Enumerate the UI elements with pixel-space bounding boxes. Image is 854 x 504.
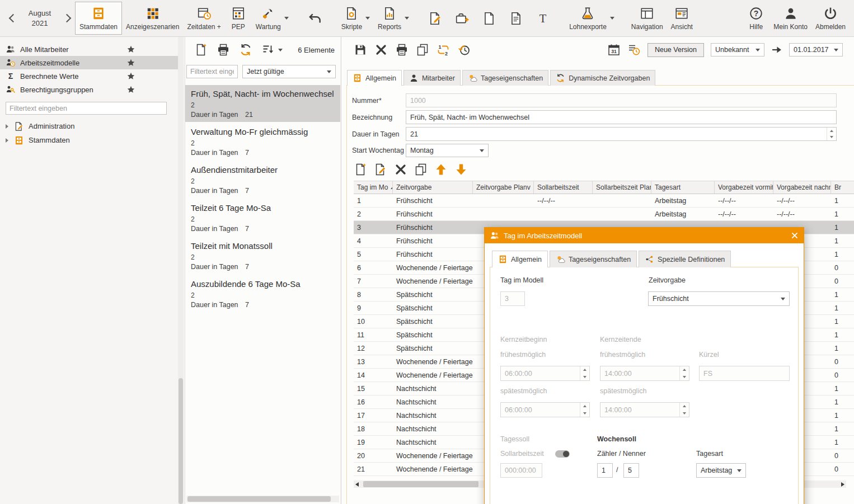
- ribbon-button[interactable]: Lohnexporte: [565, 2, 618, 35]
- dialog-tab[interactable]: Allgemein: [492, 251, 548, 267]
- ribbon-button[interactable]: Mein Konto: [769, 2, 811, 35]
- column-header[interactable]: Zeitvorgabe: [393, 181, 473, 194]
- ribbon-button[interactable]: Abmelden: [811, 2, 850, 35]
- refresh-icon[interactable]: [239, 43, 252, 56]
- spin-down-icon[interactable]: [830, 136, 833, 138]
- ribbon-button[interactable]: [449, 2, 476, 35]
- copy-icon[interactable]: [414, 163, 428, 176]
- sidebar-item[interactable]: Berechtigungsgruppen: [0, 83, 184, 96]
- print-icon[interactable]: [217, 43, 230, 56]
- ribbon-button[interactable]: Zeitdaten +: [183, 2, 224, 35]
- spin-up-icon[interactable]: [830, 130, 833, 132]
- column-header[interactable]: Sollarbeitszeit Planv: [593, 181, 651, 194]
- history-icon[interactable]: [457, 43, 471, 56]
- column-header[interactable]: Tagesart: [651, 181, 715, 194]
- ribbon-button[interactable]: Skripte: [337, 2, 374, 35]
- sollarbeitszeit-toggle[interactable]: [555, 450, 570, 458]
- delete-icon[interactable]: [394, 163, 407, 176]
- close-icon[interactable]: [791, 232, 799, 239]
- expand-arrow-icon[interactable]: [6, 124, 8, 129]
- sidebar-scrollbar[interactable]: [178, 37, 184, 504]
- chevron-down-icon[interactable]: [405, 17, 409, 20]
- sidebar-item[interactable]: Berechnete Werte: [0, 69, 184, 83]
- star-icon[interactable]: [126, 85, 135, 94]
- model-list-item[interactable]: Verwaltung Mo-Fr gleichmässig 2 Dauer in…: [185, 123, 340, 160]
- star-icon[interactable]: [126, 72, 135, 81]
- ribbon-button[interactable]: [503, 2, 529, 35]
- save-icon[interactable]: [354, 43, 367, 56]
- arrow-down-icon[interactable]: [454, 163, 468, 176]
- zeitvorgabe-select[interactable]: Frühschicht: [648, 291, 790, 306]
- column-header[interactable]: Sollarbeitszeit: [534, 181, 593, 194]
- zaehler-input[interactable]: 1: [597, 463, 613, 478]
- chevron-down-icon[interactable]: [284, 17, 289, 20]
- doc-edit-icon[interactable]: [374, 163, 387, 176]
- sort-icon[interactable]: [261, 43, 275, 56]
- delete-icon[interactable]: [374, 43, 388, 56]
- new-version-button[interactable]: Neue Version: [647, 43, 704, 57]
- scrollbar-thumb[interactable]: [179, 378, 183, 504]
- model-list-item[interactable]: Teilzeit mit Monatssoll 2 Dauer in Tagen…: [185, 237, 340, 274]
- list-horizontal-scrollbar[interactable]: [186, 496, 339, 502]
- previous-month-button[interactable]: [4, 0, 21, 36]
- ribbon-button[interactable]: Reports: [374, 2, 413, 35]
- ribbon-button[interactable]: PEP: [225, 2, 252, 35]
- valid-from-select[interactable]: 01.01.2017: [789, 43, 843, 56]
- table-row[interactable]: 2 Frühschicht Arbeitstag --/--/-- --/--/…: [354, 208, 854, 221]
- spinner-arrows[interactable]: [827, 128, 836, 140]
- tree-item[interactable]: Administration: [0, 119, 184, 133]
- dialog-tab[interactable]: Tageseigenschaften: [550, 251, 637, 267]
- arrow-up-icon[interactable]: [434, 163, 448, 176]
- new-doc-icon[interactable]: [194, 43, 208, 56]
- tab[interactable]: Mitarbeiter: [403, 70, 461, 86]
- column-header[interactable]: Vorgabezeit nachm: [773, 181, 831, 194]
- version-select[interactable]: Unbekannt: [711, 43, 764, 56]
- scroll-right-icon[interactable]: [841, 482, 844, 487]
- renumber-icon[interactable]: [437, 43, 450, 56]
- dialog-tab[interactable]: Spezielle Definitionen: [639, 251, 731, 267]
- table-row[interactable]: 1 Frühschicht --/--/-- Arbeitstag --/--/…: [354, 194, 854, 208]
- ribbon-button[interactable]: [529, 2, 556, 35]
- sidebar-filter-input[interactable]: [6, 102, 167, 115]
- ribbon-button[interactable]: Wartung: [252, 2, 293, 35]
- dauer-spinner[interactable]: [406, 127, 837, 141]
- chevron-down-icon[interactable]: [610, 17, 614, 20]
- model-list-item[interactable]: Außendienstmitarbeiter 2 Dauer in Tagen …: [185, 161, 340, 198]
- ribbon-button[interactable]: Stammdaten: [75, 2, 122, 35]
- validity-filter-select[interactable]: Jetzt gültige: [242, 65, 336, 78]
- tab[interactable]: Dynamische Zeitvorgaben: [550, 70, 655, 86]
- bezeichnung-input[interactable]: [406, 110, 837, 124]
- ribbon-button[interactable]: [422, 2, 449, 35]
- start-wochentag-select[interactable]: Montag: [406, 144, 489, 157]
- chevron-down-icon[interactable]: [365, 17, 370, 20]
- dauer-input[interactable]: [406, 130, 827, 138]
- ribbon-button[interactable]: Ansicht: [667, 2, 697, 35]
- sidebar-item[interactable]: Arbeitszeitmodelle: [0, 56, 184, 69]
- ribbon-button[interactable]: [302, 2, 329, 35]
- column-header[interactable]: Br: [831, 181, 854, 194]
- new-doc-icon[interactable]: [354, 163, 367, 176]
- tab[interactable]: Allgemein: [347, 70, 402, 86]
- tree-item[interactable]: Stammdaten: [0, 133, 184, 147]
- chevron-down-icon[interactable]: [278, 49, 283, 51]
- model-list-item[interactable]: Auszubildende 6 Tage Mo-Sa 2 Dauer in Ta…: [185, 275, 340, 312]
- sidebar-item[interactable]: Alle Mitarbeiter: [0, 43, 184, 56]
- scrollbar-thumb[interactable]: [363, 481, 478, 487]
- column-header[interactable]: Zeitvorgabe Planv: [473, 181, 534, 194]
- scrollbar-thumb[interactable]: [187, 496, 331, 502]
- ribbon-button[interactable]: [476, 2, 503, 35]
- model-list-item[interactable]: Teilzeit 6 Tage Mo-Sa 2 Dauer in Tagen 7: [185, 199, 340, 236]
- ribbon-button[interactable]: Hilfe: [743, 2, 769, 35]
- copy-icon[interactable]: [416, 43, 429, 56]
- ribbon-button[interactable]: Navigation: [627, 2, 667, 35]
- model-list-item[interactable]: Früh, Spät, Nacht- im Wochenwechsel 2 Da…: [185, 85, 340, 122]
- tagesart-select[interactable]: Arbeitstag: [696, 463, 746, 478]
- tab[interactable]: Tageseigenschaften: [462, 70, 548, 86]
- expand-arrow-icon[interactable]: [6, 138, 8, 143]
- column-header[interactable]: Vorgabezeit vormitt: [715, 181, 773, 194]
- star-icon[interactable]: [126, 45, 135, 54]
- print-icon[interactable]: [395, 43, 409, 56]
- next-month-button[interactable]: [58, 0, 75, 36]
- column-header[interactable]: Tag im Mo: [354, 181, 393, 194]
- star-icon[interactable]: [126, 58, 135, 67]
